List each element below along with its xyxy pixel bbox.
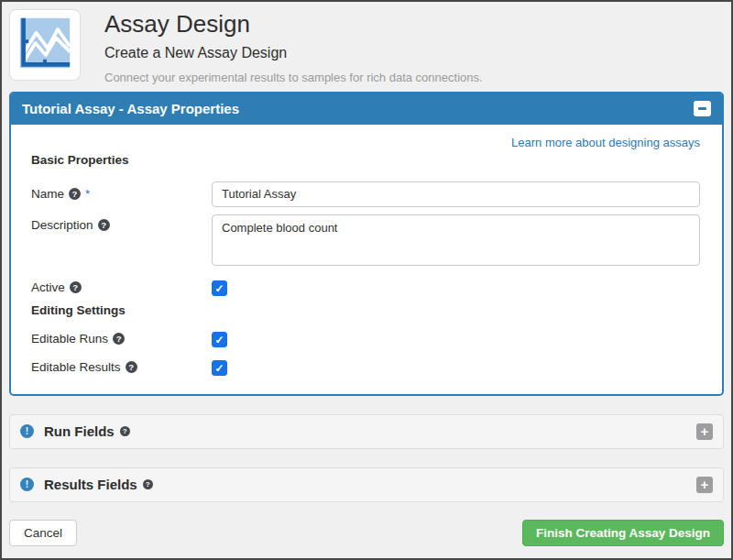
assay-properties-panel-title: Tutorial Assay - Assay Properties: [22, 101, 239, 116]
editing-settings-heading: Editing Settings: [31, 303, 700, 317]
footer-bar: Cancel Finish Creating Assay Design: [9, 520, 724, 546]
description-field-row: Description? Complete blood count: [31, 214, 700, 269]
run-fields-title: Run Fields: [44, 423, 115, 439]
page-subtitle: Create a New Assay Design: [104, 45, 483, 61]
assay-properties-panel-header: Tutorial Assay - Assay Properties: [11, 93, 722, 125]
finish-creating-assay-design-button[interactable]: Finish Creating Assay Design: [522, 520, 724, 546]
help-icon[interactable]: ?: [98, 219, 110, 231]
learn-more-link[interactable]: Learn more about designing assays: [511, 136, 700, 149]
name-label: Name?*: [31, 181, 212, 207]
help-icon[interactable]: ?: [126, 361, 137, 373]
description-label: Description?: [31, 214, 212, 269]
active-checkbox[interactable]: [212, 280, 227, 296]
assay-properties-panel: Tutorial Assay - Assay Properties Learn …: [9, 92, 724, 396]
assay-design-page: Assay Design Create a New Assay Design C…: [0, 0, 733, 560]
help-icon[interactable]: ?: [143, 479, 153, 489]
info-icon: !: [20, 478, 34, 491]
description-textarea[interactable]: Complete blood count: [212, 214, 700, 266]
editable-results-field-control: [212, 358, 700, 376]
run-fields-panel[interactable]: ! Run Fields ? +: [9, 414, 724, 449]
editable-runs-label: Editable Runs?: [31, 330, 212, 347]
editable-results-field-row: Editable Results?: [31, 358, 700, 376]
editable-results-checkbox[interactable]: [212, 360, 227, 376]
name-field-row: Name?*: [31, 181, 700, 207]
info-icon: !: [20, 424, 34, 438]
line-chart-icon: [17, 16, 72, 74]
editable-runs-checkbox[interactable]: [212, 332, 227, 347]
results-fields-title: Results Fields: [44, 477, 137, 492]
name-input[interactable]: [212, 181, 700, 207]
minus-bar: [698, 107, 706, 110]
help-icon[interactable]: ?: [69, 188, 81, 200]
cancel-button[interactable]: Cancel: [9, 520, 77, 546]
help-icon[interactable]: ?: [70, 281, 82, 293]
collapse-icon[interactable]: [694, 101, 711, 116]
editable-runs-field-row: Editable Runs?: [31, 330, 700, 347]
expand-icon[interactable]: +: [696, 477, 713, 493]
editable-runs-field-control: [212, 330, 700, 347]
page-description: Connect your experimental results to sam…: [104, 71, 483, 84]
name-field-control: [212, 181, 700, 207]
app-header: Assay Design Create a New Assay Design C…: [2, 2, 731, 88]
help-icon[interactable]: ?: [113, 333, 125, 345]
assay-icon-card: [9, 9, 81, 81]
description-field-control: Complete blood count: [212, 214, 700, 269]
required-marker: *: [85, 187, 90, 201]
learn-more-row: Learn more about designing assays: [31, 134, 700, 149]
help-icon[interactable]: ?: [120, 426, 130, 436]
expand-icon[interactable]: +: [696, 423, 713, 440]
active-field-control: [212, 279, 700, 296]
basic-properties-heading: Basic Properties: [31, 153, 700, 167]
results-fields-panel[interactable]: ! Results Fields ? +: [9, 467, 724, 502]
active-field-row: Active?: [31, 279, 700, 296]
active-label: Active?: [31, 279, 212, 296]
header-text: Assay Design Create a New Assay Design C…: [104, 9, 483, 84]
editable-results-label: Editable Results?: [31, 358, 212, 376]
assay-properties-panel-body: Learn more about designing assays Basic …: [11, 125, 722, 394]
page-title: Assay Design: [104, 11, 483, 38]
